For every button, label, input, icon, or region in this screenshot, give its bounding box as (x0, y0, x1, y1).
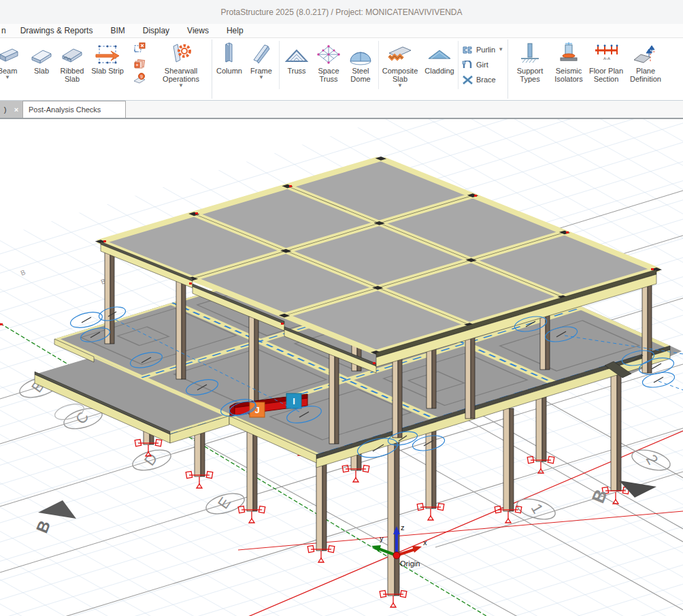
viewport-3d[interactable]: B C D E 1 2 B B (0, 119, 683, 616)
truss-icon (284, 41, 310, 65)
frame-icon (250, 41, 273, 65)
slab-button[interactable]: Slab (26, 41, 57, 97)
steel-column-button[interactable]: Column (214, 41, 245, 97)
space-truss-icon (316, 41, 342, 65)
menu-bar: n Drawings & Reports BIM Display Views H… (0, 24, 683, 37)
y-axis-label: y (380, 534, 384, 542)
menu-item-help[interactable]: Help (218, 26, 252, 35)
truss-button[interactable]: Truss (281, 41, 312, 97)
steel-dome-button[interactable]: Steel Dome (345, 41, 376, 97)
column (465, 327, 475, 419)
brace-button[interactable]: Brace (462, 74, 496, 86)
menu-item-partial[interactable]: n (0, 26, 12, 35)
shearwall-operations-icon (168, 41, 194, 65)
svg-text:A-A: A-A (603, 56, 610, 61)
slab-icon (30, 41, 53, 65)
slab-number-button[interactable]: 9 (133, 72, 146, 84)
menu-item-views[interactable]: Views (178, 26, 218, 35)
plane-definition-button[interactable]: Plane Definition (624, 41, 667, 97)
steel-dome-icon (348, 41, 373, 65)
slab-strip-button[interactable]: Slab Strip (90, 41, 125, 97)
column (642, 274, 652, 373)
beam-end-j-label: J (254, 405, 259, 415)
purlin-button[interactable]: Purlin▼ (462, 44, 503, 56)
dropdown-arrow-icon: ▼ (397, 83, 403, 88)
origin-label: Origin (400, 560, 420, 568)
model-canvas[interactable]: B C D E 1 2 B B (0, 119, 683, 616)
tab-post-analysis-checks[interactable]: Post-Analysis Checks (22, 101, 126, 118)
window-title: ProtaStructure 2025 (8.0.217) / Project:… (220, 7, 462, 17)
column (393, 359, 402, 438)
column (503, 408, 514, 511)
slab-update-button[interactable] (133, 42, 146, 54)
column (611, 373, 621, 491)
purlin-icon (462, 46, 473, 54)
dropdown-arrow-icon: ▼ (498, 47, 503, 52)
steel-column-icon (220, 41, 238, 65)
plane-definition-icon (631, 41, 660, 65)
ribbon: Beam▼ Slab Ribbed Slab Slab Strip 9 Shea… (0, 37, 683, 101)
ribbed-slab-icon (61, 41, 84, 65)
slab-update-icon (133, 42, 146, 54)
slab-strip-icon (95, 41, 120, 65)
z-axis-label: z (401, 523, 405, 532)
cladding-icon (426, 41, 453, 65)
brace-icon (462, 76, 473, 84)
composite-slab-button[interactable]: Composite Slab▼ (380, 41, 420, 97)
dropdown-arrow-icon: ▼ (5, 75, 10, 80)
slab-number-icon: 9 (133, 72, 146, 84)
tab-partial[interactable]: ) × (0, 101, 22, 118)
column (176, 281, 186, 379)
floor-plan-section-button[interactable]: A-A Floor Plan Section (588, 41, 624, 97)
ribbed-slab-button[interactable]: Ribbed Slab (56, 41, 88, 97)
beam-button[interactable]: Beam▼ (0, 41, 26, 97)
seismic-isolators-button[interactable]: Seismic Isolators (550, 41, 588, 97)
space-truss-button[interactable]: Space Truss (312, 41, 345, 97)
document-tab-bar: ) × Post-Analysis Checks (0, 101, 683, 119)
seismic-isolators-icon (556, 41, 582, 65)
composite-slab-icon (386, 41, 414, 65)
menu-item-bim[interactable]: BIM (101, 26, 133, 35)
shearwall-operations-button[interactable]: Shearwall Operations▼ (155, 41, 207, 97)
origin-point (393, 552, 400, 559)
cladding-button[interactable]: Cladding (422, 41, 457, 97)
beam-icon (0, 41, 19, 65)
floor-plan-section-icon: A-A (593, 41, 620, 65)
column (388, 438, 399, 596)
dropdown-arrow-icon: ▼ (178, 83, 184, 88)
frame-button[interactable]: Frame▼ (246, 41, 277, 97)
close-tab-icon[interactable]: × (14, 106, 18, 114)
x-axis-label: x (423, 538, 427, 547)
window-titlebar: ProtaStructure 2025 (8.0.217) / Project:… (0, 0, 683, 24)
column (329, 351, 339, 444)
svg-text:9: 9 (140, 74, 143, 79)
slab-delete-icon (133, 57, 146, 69)
column (105, 246, 114, 344)
slab-delete-button[interactable] (133, 57, 146, 69)
support-types-icon (517, 41, 543, 65)
support-types-button[interactable]: Support Types (511, 41, 549, 97)
girt-icon (462, 61, 473, 69)
menu-item-display[interactable]: Display (134, 26, 178, 35)
dropdown-arrow-icon: ▼ (259, 75, 264, 80)
beam-end-i-label: I (293, 396, 295, 406)
girt-button[interactable]: Girt (462, 59, 488, 71)
menu-item-drawings-reports[interactable]: Drawings & Reports (12, 26, 102, 35)
